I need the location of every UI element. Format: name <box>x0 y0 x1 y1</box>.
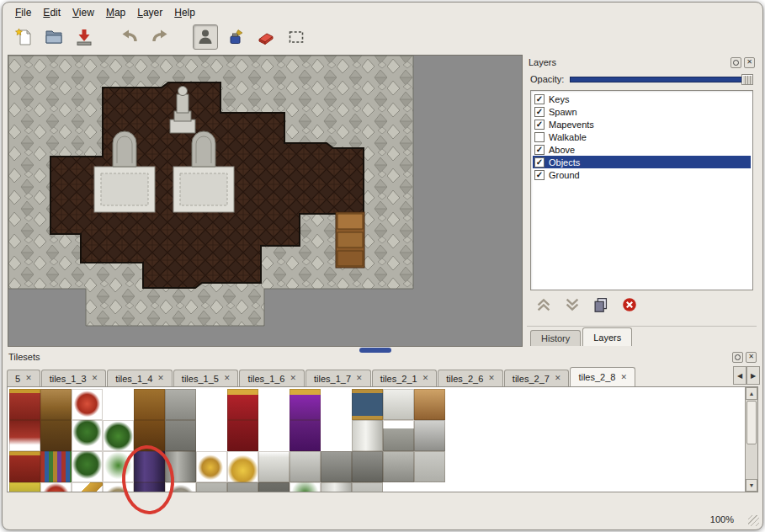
tab-close-icon[interactable]: ✕ <box>92 375 98 382</box>
raise-layer-button[interactable] <box>534 296 554 317</box>
tile-banner-gold[interactable] <box>9 482 40 492</box>
tile-plant-small[interactable] <box>103 451 134 482</box>
save-button[interactable] <box>72 24 97 50</box>
tile-tomb-monument[interactable] <box>383 451 414 482</box>
tile-statue-robed-base[interactable] <box>196 482 227 492</box>
tile-boulder[interactable] <box>165 482 196 492</box>
tab-close-icon[interactable]: ✕ <box>224 375 231 382</box>
menu-view[interactable]: View <box>66 5 100 20</box>
tile-banner-red-tail[interactable] <box>9 420 40 451</box>
tileset-tab-tiles_2_6[interactable]: tiles_2_6✕ <box>438 370 503 386</box>
tile-floor-plant[interactable] <box>103 420 134 451</box>
tile-gold-chain[interactable] <box>196 451 227 482</box>
float-panel-button[interactable] <box>732 352 743 363</box>
opacity-slider-handle[interactable] <box>741 74 753 85</box>
tile-door-purple-top[interactable] <box>134 451 165 482</box>
tile-throne-purple-top[interactable] <box>290 389 321 420</box>
tileset-tab-tiles_2_8[interactable]: tiles_2_8✕ <box>570 367 635 386</box>
layer-row-objects[interactable]: ✓Objects <box>533 156 751 168</box>
tileset-tab-tiles_1_7[interactable]: tiles_1_7✕ <box>305 370 371 386</box>
open-button[interactable] <box>41 24 66 50</box>
map-canvas[interactable] <box>8 55 523 347</box>
opacity-slider-track[interactable] <box>570 77 752 82</box>
tileset-tab-tiles_1_5[interactable]: tiles_1_5✕ <box>173 370 239 386</box>
undo-button[interactable] <box>117 24 142 50</box>
layer-row-keys[interactable]: ✓Keys <box>533 93 751 105</box>
tile-door-purple-bottom[interactable] <box>134 482 165 492</box>
fill-tool-button[interactable] <box>223 24 248 50</box>
tile-gargoyle-right[interactable] <box>352 451 383 482</box>
stamp-tool-button[interactable] <box>193 24 218 50</box>
tab-close-icon[interactable]: ✕ <box>157 375 164 382</box>
layer-row-walkable[interactable]: Walkable <box>533 130 751 143</box>
layer-visibility-checkbox[interactable]: ✓ <box>534 120 545 130</box>
scroll-tabs-right-button[interactable]: ▶ <box>746 366 760 385</box>
tileset-tab-tiles_1_4[interactable]: tiles_1_4✕ <box>107 370 173 386</box>
tile-vase-plant[interactable] <box>290 482 321 492</box>
tile-cabinet-wood-top[interactable] <box>134 389 165 420</box>
tab-close-icon[interactable]: ✕ <box>290 375 297 382</box>
tileset-tab-tiles_1_3[interactable]: tiles_1_3✕ <box>41 370 107 386</box>
tab-close-icon[interactable]: ✕ <box>620 374 627 381</box>
tile-gargoyle-base[interactable] <box>258 482 290 492</box>
menu-edit[interactable]: Edit <box>37 5 66 20</box>
layer-row-mapevents[interactable]: ✓Mapevents <box>533 118 751 130</box>
select-tool-button[interactable] <box>284 24 309 50</box>
float-panel-button[interactable] <box>730 57 741 68</box>
tile-throne-red-top[interactable] <box>227 389 258 420</box>
dock-tab-layers[interactable]: Layers <box>582 327 632 346</box>
tileset-tab-5[interactable]: 5✕ <box>7 370 40 386</box>
layer-visibility-checkbox[interactable]: ✓ <box>534 107 545 117</box>
tileset-tab-tiles_2_1[interactable]: tiles_2_1✕ <box>372 370 438 386</box>
tile-gargoyle-left[interactable] <box>321 451 352 482</box>
scrollbar-thumb[interactable] <box>746 401 757 444</box>
close-panel-button[interactable]: ✕ <box>744 57 755 68</box>
tile-statue-robed[interactable] <box>258 451 290 482</box>
tile-statue-angel[interactable] <box>290 451 321 482</box>
tile-hearth-stone-top[interactable] <box>165 389 196 420</box>
tile-cabinet-wood-bottom[interactable] <box>134 420 165 451</box>
tile-potted-plant[interactable] <box>72 420 103 451</box>
tile-banner-red[interactable] <box>9 389 40 420</box>
tile-banner-red-2[interactable] <box>9 451 40 482</box>
tile-throne-purple-bottom[interactable] <box>290 420 321 451</box>
tab-close-icon[interactable]: ✕ <box>25 375 32 382</box>
layer-row-spawn[interactable]: ✓Spawn <box>533 105 751 118</box>
tile-loom-bottom[interactable] <box>40 420 72 451</box>
layer-visibility-checkbox[interactable] <box>534 132 545 142</box>
tileset-content[interactable]: ▲ ▼ <box>7 386 758 492</box>
tile-portrait-frame[interactable] <box>352 389 383 420</box>
menu-file[interactable]: File <box>9 5 37 20</box>
scroll-tabs-left-button[interactable]: ◀ <box>733 366 746 385</box>
tile-column-base[interactable] <box>321 482 352 492</box>
tile-plant-shelf[interactable] <box>72 451 103 482</box>
new-button[interactable] <box>11 24 36 50</box>
tile-statue-angel-base[interactable] <box>227 482 258 492</box>
layer-visibility-checkbox[interactable]: ✓ <box>534 94 545 104</box>
close-panel-button[interactable]: ✕ <box>746 352 757 363</box>
redo-button[interactable] <box>147 24 173 50</box>
eraser-tool-button[interactable] <box>253 24 279 50</box>
tab-close-icon[interactable]: ✕ <box>488 375 495 382</box>
tile-bookshelf[interactable] <box>40 451 72 482</box>
tileset-tab-tiles_1_6[interactable]: tiles_1_6✕ <box>239 370 305 386</box>
tab-close-icon[interactable]: ✕ <box>422 375 429 382</box>
tile-stone-block[interactable] <box>352 482 383 492</box>
layer-visibility-checkbox[interactable]: ✓ <box>534 170 545 180</box>
tile-throne-red-bottom[interactable] <box>227 420 258 451</box>
delete-layer-button[interactable] <box>619 296 640 317</box>
tile-obelisk-top[interactable] <box>383 420 414 451</box>
tile-cushion-red-2[interactable] <box>40 482 72 492</box>
tile-hearth-stone-bottom[interactable] <box>165 420 196 451</box>
tile-loom[interactable] <box>40 389 72 420</box>
tile-column-white[interactable] <box>352 420 383 451</box>
tileset-scrollbar[interactable]: ▲ ▼ <box>745 387 757 492</box>
menu-map[interactable]: Map <box>100 5 131 20</box>
tab-close-icon[interactable]: ✕ <box>555 375 561 382</box>
tile-rock-gold[interactable] <box>103 482 134 492</box>
menu-help[interactable]: Help <box>168 5 201 20</box>
menu-layer[interactable]: Layer <box>131 5 168 20</box>
resize-grip[interactable] <box>748 515 759 526</box>
scroll-up-button[interactable]: ▲ <box>746 387 757 400</box>
opacity-slider[interactable] <box>570 73 753 86</box>
